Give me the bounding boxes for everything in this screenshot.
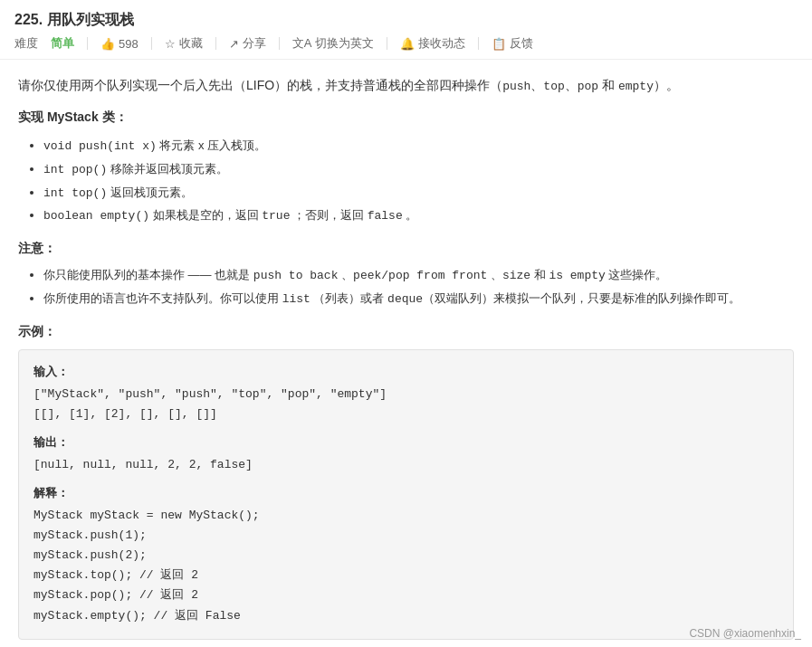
- note-item: 你所使用的语言也许不支持队列。你可以使用 list （列表）或者 deque（双…: [43, 288, 794, 311]
- notification-button[interactable]: 🔔 接收动态: [400, 35, 465, 52]
- bell-icon: 🔔: [400, 37, 415, 51]
- output-label: 输出：: [33, 433, 779, 453]
- input-line1: ["MyStack", "push", "push", "top", "pop"…: [33, 385, 779, 404]
- problem-title: 225. 用队列实现栈: [14, 11, 798, 30]
- example-title: 示例：: [18, 324, 794, 340]
- feedback-button[interactable]: 📋 反馈: [492, 35, 533, 52]
- method-item: int top() 返回栈顶元素。: [43, 182, 794, 205]
- implement-label: 实现 MyStack 类：: [18, 109, 794, 126]
- collect-button[interactable]: ☆ 收藏: [165, 35, 203, 52]
- switch-lang-label: 切换为英文: [315, 35, 374, 52]
- method-item: boolean empty() 如果栈是空的，返回 true ；否则，返回 fa…: [43, 205, 794, 228]
- divider3: [215, 37, 216, 50]
- explain-line-4: myStack.top(); // 返回 2: [33, 566, 779, 585]
- meta-bar: 难度 简单 👍 598 ☆ 收藏 ↗ 分享 文A 切换为英文 🔔 接收动态 📋: [14, 35, 798, 52]
- method-item: int pop() 移除并返回栈顶元素。: [43, 158, 794, 182]
- method-item: void push(int x) 将元素 x 压入栈顶。: [43, 135, 794, 158]
- problem-content: 请你仅使用两个队列实现一个后入先出（LIFO）的栈，并支持普通栈的全部四种操作（…: [0, 60, 812, 647]
- example-code-block: 输入： ["MyStack", "push", "push", "top", "…: [18, 349, 794, 640]
- difficulty-label: 难度: [14, 35, 38, 52]
- input-label: 输入：: [33, 363, 779, 383]
- explain-line-5: myStack.pop(); // 返回 2: [33, 585, 779, 605]
- likes-button[interactable]: 👍 598: [100, 37, 139, 51]
- explain-line-6: myStack.empty(); // 返回 False: [33, 606, 779, 626]
- translate-icon: 文A: [292, 35, 312, 52]
- notes-list: 你只能使用队列的基本操作 —— 也就是 push to back 、peek/p…: [18, 264, 794, 310]
- note-title: 注意：: [18, 241, 794, 257]
- share-icon: ↗: [229, 37, 239, 51]
- divider4: [279, 37, 280, 50]
- divider: [87, 37, 88, 50]
- watermark: CSDN @xiaomenhxin_: [689, 627, 801, 640]
- methods-list: void push(int x) 将元素 x 压入栈顶。 int pop() 移…: [18, 135, 794, 228]
- thumb-icon: 👍: [100, 37, 115, 51]
- explain-line-1: MyStack myStack = new MyStack();: [33, 506, 779, 526]
- switch-language-button[interactable]: 文A 切换为英文: [292, 35, 375, 52]
- collect-label: 收藏: [179, 35, 203, 52]
- notification-label: 接收动态: [418, 35, 465, 52]
- star-icon: ☆: [165, 37, 176, 51]
- divider6: [478, 37, 479, 50]
- divider5: [387, 37, 387, 50]
- share-button[interactable]: ↗ 分享: [229, 35, 266, 52]
- note-item: 你只能使用队列的基本操作 —— 也就是 push to back 、peek/p…: [43, 264, 794, 288]
- problem-header: 225. 用队列实现栈 难度 简单 👍 598 ☆ 收藏 ↗ 分享 文A 切换为…: [0, 0, 812, 60]
- share-label: 分享: [243, 35, 266, 52]
- problem-description: 请你仅使用两个队列实现一个后入先出（LIFO）的栈，并支持普通栈的全部四种操作（…: [18, 74, 794, 97]
- divider2: [151, 37, 152, 50]
- example-section: 示例： 输入： ["MyStack", "push", "push", "top…: [18, 324, 794, 640]
- likes-count: 598: [119, 37, 139, 51]
- explain-line-3: myStack.push(2);: [33, 546, 779, 566]
- explain-line-2: myStack.push(1);: [33, 526, 779, 546]
- note-section: 注意： 你只能使用队列的基本操作 —— 也就是 push to back 、pe…: [18, 241, 794, 310]
- difficulty-value: 简单: [51, 35, 74, 52]
- feedback-label: 反馈: [510, 35, 533, 52]
- explain-label: 解释：: [33, 484, 779, 504]
- input-line2: [[], [1], [2], [], [], []]: [33, 404, 779, 424]
- output-line: [null, null, null, 2, 2, false]: [33, 455, 779, 475]
- feedback-icon: 📋: [492, 37, 506, 51]
